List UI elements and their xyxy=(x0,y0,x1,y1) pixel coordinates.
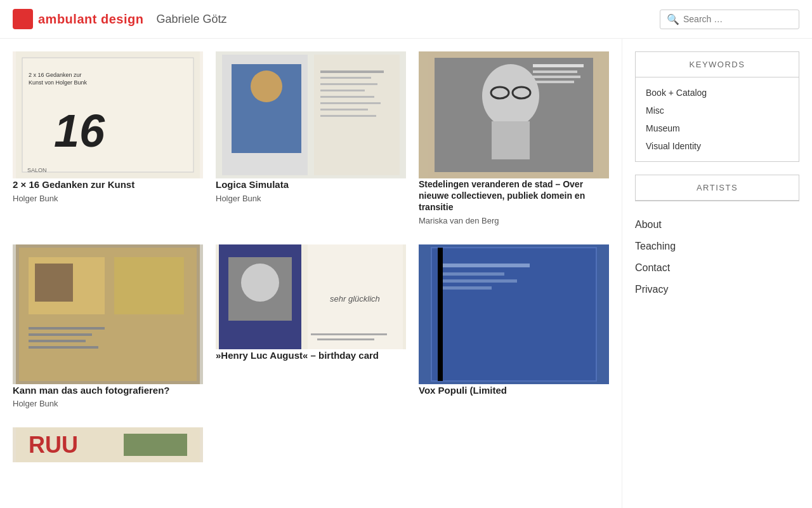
svg-rect-44 xyxy=(311,333,387,335)
svg-rect-37 xyxy=(29,346,98,349)
item-author: Mariska van den Berg xyxy=(419,216,609,225)
item-title: Logica Simulata xyxy=(216,178,406,191)
header: ambulant design Gabriele Götz 🔍 xyxy=(0,0,812,39)
svg-rect-34 xyxy=(29,327,105,330)
item-image[interactable]: RUU xyxy=(13,427,203,462)
artists-title: ARTISTS xyxy=(636,175,799,201)
logo-link[interactable]: ambulant design xyxy=(13,9,143,29)
main-content: 2 x 16 Gedanken zur Kunst von Holger Bun… xyxy=(0,39,622,508)
svg-point-41 xyxy=(241,264,279,302)
svg-point-10 xyxy=(251,70,282,102)
sidebar-item-privacy[interactable]: Privacy xyxy=(635,279,799,300)
svg-rect-51 xyxy=(441,286,492,290)
keywords-box: KEYWORDS Book + Catalog Misc Museum Visu… xyxy=(635,51,799,162)
svg-rect-47 xyxy=(431,248,596,381)
item-author: Holger Bunk xyxy=(13,194,203,203)
sidebar: KEYWORDS Book + Catalog Misc Museum Visu… xyxy=(622,39,812,508)
list-item: Vox Populi (Limited xyxy=(419,244,609,409)
svg-rect-36 xyxy=(29,340,86,342)
svg-rect-48 xyxy=(441,264,530,267)
list-item: 2 x 16 Gedanken zur Kunst von Holger Bun… xyxy=(13,51,203,225)
items-grid: 2 x 16 Gedanken zur Kunst von Holger Bun… xyxy=(13,51,609,462)
svg-rect-32 xyxy=(35,264,73,302)
svg-rect-35 xyxy=(29,333,92,336)
svg-text:sehr glücklich: sehr glücklich xyxy=(330,294,380,304)
sidebar-item-about[interactable]: About xyxy=(635,214,799,236)
page-layout: 2 x 16 Gedanken zur Kunst von Holger Bun… xyxy=(0,39,812,508)
site-title: ambulant design xyxy=(38,12,143,27)
item-title: 2 × 16 Gedanken zur Kunst xyxy=(13,178,203,191)
list-item: Logica Simulata Holger Bunk xyxy=(216,51,406,225)
svg-rect-11 xyxy=(320,70,384,73)
item-image[interactable] xyxy=(419,244,609,384)
svg-rect-25 xyxy=(533,64,584,67)
svg-rect-18 xyxy=(320,115,376,117)
item-image[interactable] xyxy=(419,51,609,178)
svg-rect-24 xyxy=(492,121,530,159)
svg-rect-15 xyxy=(320,96,374,98)
svg-rect-12 xyxy=(320,77,371,79)
artists-box: ARTISTS xyxy=(635,175,799,201)
svg-rect-16 xyxy=(320,102,381,104)
svg-rect-17 xyxy=(320,109,368,110)
keyword-book-catalog[interactable]: Book + Catalog xyxy=(646,84,789,102)
logo-icon xyxy=(13,9,33,29)
keywords-list: Book + Catalog Misc Museum Visual Identi… xyxy=(636,77,799,161)
search-bar[interactable]: 🔍 xyxy=(660,10,799,29)
item-image[interactable] xyxy=(216,51,406,178)
list-item: Stedelingen veranderen de stad – Over ni… xyxy=(419,51,609,225)
item-image[interactable] xyxy=(13,244,203,384)
svg-text:Kunst von Holger Bunk: Kunst von Holger Bunk xyxy=(29,79,88,86)
keyword-museum[interactable]: Museum xyxy=(646,119,789,137)
item-title: Stedelingen veranderen de stad – Over ni… xyxy=(419,178,609,213)
item-title: Vox Populi (Limited xyxy=(419,384,609,397)
sidebar-nav: About Teaching Contact Privacy xyxy=(635,214,799,300)
list-item: Kann man das auch fotografieren? Holger … xyxy=(13,244,203,409)
item-title: »Henry Luc August« – birthday card xyxy=(216,349,406,362)
svg-point-21 xyxy=(482,64,539,128)
svg-rect-28 xyxy=(533,81,574,83)
svg-rect-52 xyxy=(438,248,443,381)
site-subtitle: Gabriele Götz xyxy=(156,13,226,26)
svg-rect-45 xyxy=(317,338,374,340)
svg-text:SALON: SALON xyxy=(27,167,47,173)
item-image[interactable]: sehr glücklich xyxy=(216,244,406,349)
svg-text:RUU: RUU xyxy=(29,432,78,458)
svg-rect-13 xyxy=(320,83,377,85)
svg-text:16: 16 xyxy=(54,105,105,156)
sidebar-item-teaching[interactable]: Teaching xyxy=(635,236,799,257)
search-input[interactable] xyxy=(683,14,792,24)
svg-rect-26 xyxy=(533,70,577,73)
item-image[interactable]: 2 x 16 Gedanken zur Kunst von Holger Bun… xyxy=(13,51,203,178)
keyword-misc[interactable]: Misc xyxy=(646,102,789,119)
svg-rect-50 xyxy=(441,279,517,283)
list-item: sehr glücklich »Henry Luc August« – birt… xyxy=(216,244,406,409)
keywords-title: KEYWORDS xyxy=(636,52,799,77)
item-author: Holger Bunk xyxy=(216,194,406,203)
svg-rect-27 xyxy=(533,76,580,78)
svg-rect-33 xyxy=(114,257,184,314)
item-author: Holger Bunk xyxy=(13,399,203,408)
svg-rect-49 xyxy=(441,272,504,276)
keyword-visual-identity[interactable]: Visual Identity xyxy=(646,137,789,155)
sidebar-item-contact[interactable]: Contact xyxy=(635,257,799,279)
list-item: RUU xyxy=(13,427,203,462)
item-title: Kann man das auch fotografieren? xyxy=(13,384,203,397)
search-icon: 🔍 xyxy=(667,13,679,25)
svg-rect-14 xyxy=(320,90,365,91)
svg-text:2 x 16 Gedanken zur: 2 x 16 Gedanken zur xyxy=(29,72,82,78)
svg-rect-55 xyxy=(124,434,187,456)
